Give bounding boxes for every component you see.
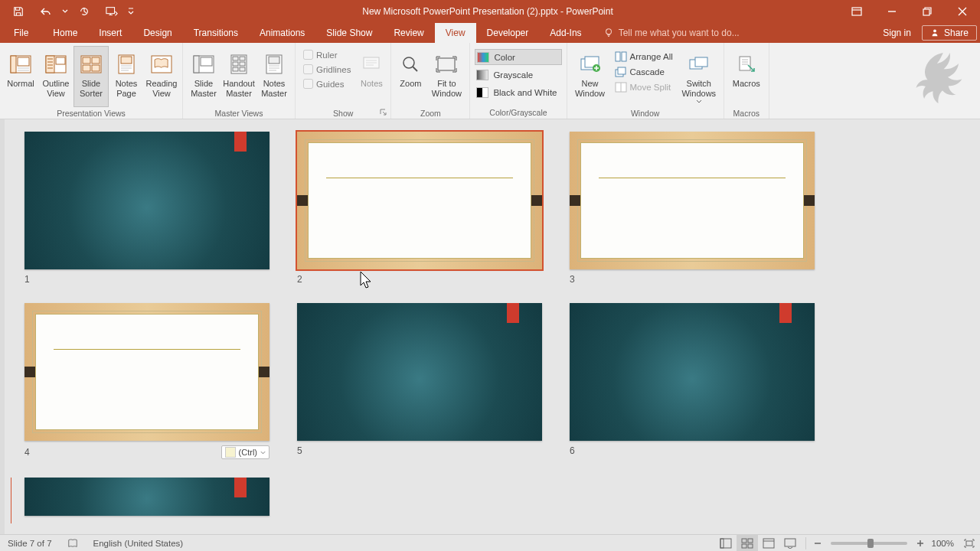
reading-view-shortcut[interactable] [758, 535, 779, 552]
svg-rect-9 [46, 56, 54, 73]
save-button[interactable] [5, 0, 32, 23]
group-label-master-views: Master Views [183, 107, 295, 119]
ribbon: Normal Outline View Slide Sorter Notes P… [0, 43, 980, 119]
group-master-views: Slide Master Handout Master Notes Master… [183, 43, 296, 119]
notes-master-button[interactable]: Notes Master [256, 46, 292, 107]
chevron-down-icon [696, 99, 702, 103]
guides-checkbox[interactable]: Guides [300, 77, 354, 91]
slide-sorter-workspace[interactable]: 1 2 3 4 (Ctrl) 5 [0, 119, 980, 534]
group-label-macros: Macros [724, 107, 769, 119]
slide-sorter-button[interactable]: Slide Sorter [74, 46, 109, 107]
spell-check-button[interactable] [60, 538, 86, 549]
status-slide-count[interactable]: Slide 7 of 7 [0, 539, 60, 548]
slide-master-button[interactable]: Slide Master [186, 46, 221, 107]
cascade-button[interactable]: Cascade [612, 64, 676, 80]
dragon-logo-icon [908, 47, 975, 115]
new-window-button[interactable]: New Window [570, 46, 610, 107]
notes-button: Notes [355, 46, 387, 107]
group-label-color: Color/Grayscale [470, 106, 566, 119]
svg-rect-6 [11, 56, 16, 73]
tab-review[interactable]: Review [383, 23, 434, 43]
handout-master-button[interactable]: Handout Master [221, 46, 256, 107]
group-label-show: Show [296, 107, 390, 119]
slide-thumbnail-6[interactable]: 6 [570, 303, 815, 459]
tab-design[interactable]: Design [132, 23, 182, 43]
outline-view-button[interactable]: Outline View [38, 46, 74, 107]
svg-rect-13 [92, 57, 100, 64]
start-from-beginning-button[interactable] [98, 0, 126, 23]
ruler-checkbox[interactable]: Ruler [300, 47, 354, 62]
qat-customize-dropdown[interactable] [126, 0, 136, 23]
tab-animations[interactable]: Animations [249, 23, 315, 43]
svg-rect-12 [83, 57, 90, 64]
slide-thumbnail-1[interactable]: 1 [24, 132, 270, 285]
notes-page-button[interactable]: Notes Page [109, 46, 144, 107]
slide-number: 1 [24, 274, 270, 285]
status-language[interactable]: English (United States) [86, 539, 191, 548]
zoom-slider[interactable] [831, 542, 907, 545]
svg-rect-14 [83, 65, 90, 71]
svg-rect-28 [240, 67, 245, 71]
slide-thumbnail-7[interactable] [24, 478, 270, 516]
zoom-out-button[interactable] [811, 536, 825, 550]
svg-rect-2 [923, 9, 929, 15]
gridlines-checkbox[interactable]: Gridlines [300, 62, 354, 77]
svg-rect-43 [695, 57, 707, 67]
tab-insert[interactable]: Insert [88, 23, 132, 43]
slideshow-shortcut[interactable] [779, 535, 801, 552]
book-icon [67, 538, 78, 549]
slide-sorter-shortcut[interactable] [737, 535, 758, 552]
svg-rect-20 [194, 56, 199, 73]
tab-slide-show[interactable]: Slide Show [315, 23, 383, 43]
zoom-in-button[interactable] [913, 536, 927, 550]
svg-rect-1 [852, 8, 861, 15]
fit-to-window-button[interactable]: Fit to Window [426, 46, 466, 107]
undo-button[interactable] [32, 0, 60, 23]
chevron-down-icon [260, 451, 266, 455]
switch-windows-button[interactable]: Switch Windows [678, 46, 720, 107]
share-icon [930, 28, 939, 37]
slide-thumbnail-4[interactable]: 4 (Ctrl) [24, 303, 270, 459]
undo-dropdown[interactable] [60, 0, 70, 23]
slide-thumbnail-5[interactable]: 5 [297, 303, 542, 459]
svg-rect-27 [233, 67, 238, 71]
redo-button[interactable] [70, 0, 98, 23]
tab-file[interactable]: File [0, 23, 42, 43]
color-mode-color[interactable]: Color [475, 49, 561, 65]
close-button[interactable] [945, 0, 980, 23]
svg-point-3 [606, 29, 611, 34]
svg-rect-49 [742, 544, 746, 548]
tab-transitions[interactable]: Transitions [183, 23, 249, 43]
reading-view-button[interactable]: Reading View [144, 46, 179, 107]
normal-view-button[interactable]: Normal [3, 46, 38, 107]
insertion-caret [11, 478, 11, 523]
tab-home[interactable]: Home [42, 23, 88, 43]
slide-thumbnail-2[interactable]: 2 [297, 132, 542, 285]
zoom-button[interactable]: Zoom [394, 46, 426, 107]
zoom-percentage[interactable]: 100% [927, 539, 959, 548]
svg-rect-51 [763, 539, 774, 548]
tab-developer[interactable]: Developer [476, 23, 540, 43]
minimize-button[interactable] [874, 0, 910, 23]
tab-add-ins[interactable]: Add-Ins [539, 23, 592, 43]
arrange-all-button[interactable]: Arrange All [612, 49, 676, 64]
slide-thumbnail-3[interactable]: 3 [570, 132, 815, 285]
ribbon-display-options-button[interactable] [839, 0, 874, 23]
fit-to-window-shortcut[interactable] [959, 535, 980, 552]
normal-view-shortcut[interactable] [715, 535, 737, 552]
color-mode-grayscale[interactable]: Grayscale [475, 67, 561, 83]
paste-options-button[interactable]: (Ctrl) [221, 445, 270, 459]
macros-button[interactable]: Macros [727, 46, 766, 107]
show-dialog-launcher[interactable] [378, 107, 389, 118]
svg-rect-23 [233, 57, 238, 60]
color-mode-bw[interactable]: Black and White [475, 84, 561, 100]
svg-rect-25 [233, 62, 238, 66]
slide-number: 2 [297, 274, 542, 285]
restore-button[interactable] [910, 0, 945, 23]
tab-view[interactable]: View [435, 23, 476, 43]
group-window: New Window Arrange All Cascade Move Spli… [567, 43, 724, 119]
tell-me-search[interactable]: Tell me what you want to do... [603, 23, 740, 43]
status-bar: Slide 7 of 7 English (United States) 100… [0, 534, 980, 551]
share-button[interactable]: Share [922, 25, 977, 41]
sign-in-link[interactable]: Sign in [872, 23, 922, 43]
